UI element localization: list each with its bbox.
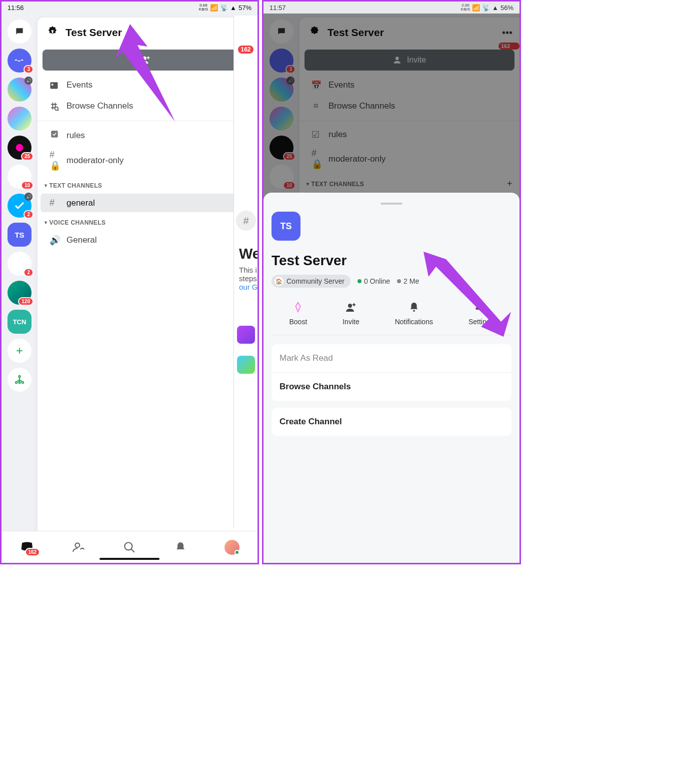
section-label: VOICE CHANNELS: [49, 219, 106, 226]
svg-point-8: [55, 107, 58, 111]
welcome-heading: We: [234, 246, 259, 262]
invite-action[interactable]: Invite: [342, 301, 359, 326]
browse-icon: [48, 101, 60, 112]
action-tile[interactable]: [237, 356, 255, 374]
boost-action[interactable]: Boost: [289, 301, 307, 326]
channel-label: general: [66, 198, 95, 208]
dm-button[interactable]: [8, 20, 32, 44]
server-boost-icon: [44, 25, 60, 41]
add-server-button[interactable]: +: [8, 339, 32, 363]
server-avatar[interactable]: 25: [8, 136, 32, 160]
speaker-icon: 🔊: [50, 235, 60, 246]
home-indicator: [100, 558, 160, 560]
nav-friends[interactable]: [68, 537, 88, 557]
svg-point-2: [16, 382, 18, 384]
notification-badge: 25: [21, 152, 34, 161]
notifications-action[interactable]: Notifications: [395, 301, 433, 326]
lte-icon: 📡: [220, 4, 228, 12]
server-avatar[interactable]: 2: [8, 252, 32, 276]
notification-badge: 3: [24, 65, 34, 74]
svg-point-4: [22, 382, 24, 384]
server-list[interactable]: 3 🔊 25 10 🔊2 TS 2 120 TCN +: [2, 14, 38, 563]
channel-label: General: [66, 235, 96, 245]
server-avatar[interactable]: 10: [8, 165, 32, 189]
server-avatar[interactable]: 🔊2: [8, 194, 32, 218]
voice-general[interactable]: 🔊General: [40, 231, 254, 250]
sheet-server-name: Test Server: [272, 253, 512, 269]
mark-as-read-item[interactable]: Mark As Read: [272, 344, 512, 373]
discover-button[interactable]: [8, 368, 32, 392]
events-item[interactable]: Events: [38, 75, 258, 96]
battery-label: 56%: [500, 4, 514, 12]
invite-button[interactable]: [42, 50, 252, 71]
server-avatar[interactable]: 120: [8, 281, 32, 305]
channel-general[interactable]: #general: [40, 194, 254, 212]
status-bar: 11:56 0.68KB/S 📶 📡 ▲ 57%: [2, 2, 258, 14]
svg-rect-7: [52, 84, 53, 86]
action-tile[interactable]: [237, 326, 255, 344]
server-avatar-selected[interactable]: TS: [8, 223, 32, 247]
volume-icon: 🔊: [24, 193, 32, 201]
nav-notifications[interactable]: [170, 537, 190, 557]
action-row: Boost Invite Notifications Settings: [272, 301, 512, 335]
screenshot-left: 11:56 0.68KB/S 📶 📡 ▲ 57% 3 🔊 25 10 🔊2 TS…: [0, 0, 259, 564]
server-name-header[interactable]: Test Server: [66, 27, 235, 39]
lock-hash-icon: #🔒: [50, 150, 60, 171]
status-bar: 11:57 2.00KB/S 📶 📡 ▲ 56%: [264, 2, 520, 14]
clock: 11:57: [270, 4, 286, 12]
server-avatar[interactable]: TCN: [8, 310, 32, 334]
notification-badge: 2: [24, 210, 34, 219]
svg-point-15: [413, 310, 415, 312]
server-avatar: TS: [272, 212, 300, 241]
gear-icon: [474, 301, 488, 314]
channel-label: moderator-only: [66, 156, 124, 166]
svg-point-11: [124, 542, 132, 550]
settings-action[interactable]: Settings: [468, 301, 494, 326]
invite-icon: [344, 301, 358, 314]
server-avatar[interactable]: [8, 107, 32, 131]
action-label: Notifications: [395, 318, 433, 326]
svg-rect-6: [50, 82, 58, 89]
menu-block: Mark As Read Browse Channels: [272, 344, 512, 401]
calendar-icon: [48, 80, 60, 91]
volume-icon: 🔊: [24, 77, 32, 85]
signal-icon: ▲: [492, 4, 498, 12]
screenshot-right: 11:57 2.00KB/S 📶 📡 ▲ 56% 3 🔊 25 10 Test …: [262, 0, 521, 564]
browse-channels-item[interactable]: Browse Channels: [272, 373, 512, 401]
section-label: TEXT CHANNELS: [49, 182, 102, 189]
svg-point-0: [16, 144, 24, 152]
rules-icon: [50, 129, 60, 142]
members-stat: 2 Me: [397, 277, 419, 285]
nav-profile[interactable]: [222, 537, 242, 557]
welcome-sub: This istepsour G: [234, 266, 259, 291]
channel-moderator[interactable]: #🔒moderator-only: [40, 146, 254, 175]
channel-rules[interactable]: rules: [40, 125, 254, 146]
online-stat: 0 Online: [358, 277, 390, 285]
server-avatar[interactable]: 3: [8, 49, 32, 73]
server-settings-sheet: TS Test Server 🏠Community Server 0 Onlin…: [264, 193, 520, 563]
svg-rect-9: [51, 131, 58, 137]
nav-search[interactable]: [120, 537, 140, 557]
nav-discord[interactable]: 162: [17, 537, 37, 557]
voice-channels-header[interactable]: ▾VOICE CHANNELS+: [38, 212, 258, 231]
chevron-down-icon: ▾: [44, 220, 47, 225]
bell-icon: [408, 301, 420, 314]
text-channels-header[interactable]: ▾TEXT CHANNELS+: [38, 175, 258, 194]
create-channel-item[interactable]: Create Channel: [272, 408, 512, 436]
server-avatar[interactable]: 🔊: [8, 78, 32, 102]
action-label: Settings: [468, 318, 494, 326]
clock: 11:56: [8, 4, 24, 12]
sheet-handle[interactable]: [380, 203, 402, 205]
notification-badge: 2: [24, 268, 34, 277]
browse-channels-item[interactable]: Browse Channels: [38, 96, 258, 117]
signal-icon: ▲: [230, 4, 236, 12]
action-label: Invite: [342, 318, 359, 326]
wifi-icon: 📶: [472, 4, 480, 12]
svg-point-5: [143, 57, 146, 60]
svg-point-10: [75, 543, 80, 547]
boost-icon: [292, 301, 304, 314]
nav-label: Browse Channels: [66, 101, 133, 111]
network-speed: 0.68KB/S: [199, 4, 208, 12]
chevron-down-icon: ▾: [44, 183, 47, 188]
list-icon: [241, 31, 251, 41]
